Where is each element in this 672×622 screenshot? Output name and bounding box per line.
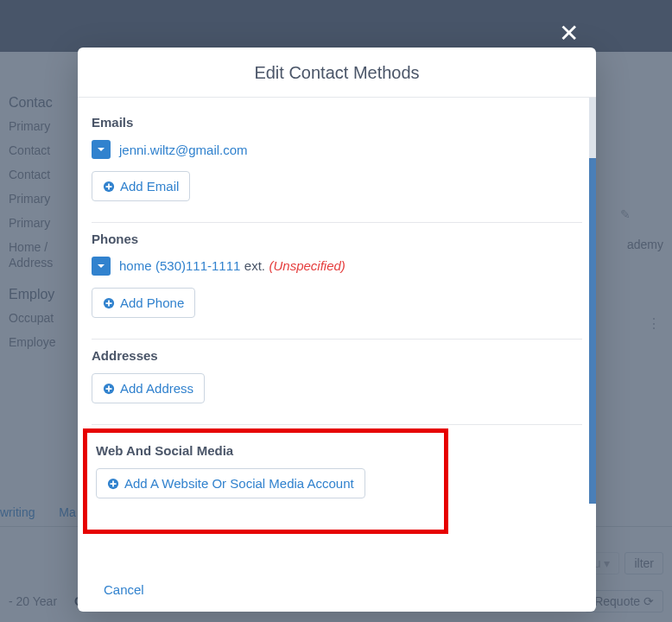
- caret-down-icon: [97, 145, 105, 154]
- add-website-button[interactable]: Add A Website Or Social Media Account: [96, 468, 365, 498]
- addresses-section: Addresses Add Address: [92, 340, 582, 425]
- web-social-label: Web And Social Media: [96, 443, 435, 458]
- add-address-button[interactable]: Add Address: [92, 373, 205, 403]
- email-item: jenni.wiltz@gmail.com: [92, 140, 582, 159]
- phone-ext-label: ext.: [244, 258, 265, 273]
- plus-circle-icon: [103, 297, 115, 309]
- edit-contact-methods-modal: Edit Contact Methods Emails jenni.wiltz@…: [78, 48, 596, 612]
- phone-status: (Unspecified): [269, 258, 346, 273]
- modal-title: Edit Contact Methods: [78, 63, 596, 83]
- phone-type[interactable]: home: [119, 258, 152, 273]
- emails-section: Emails jenni.wiltz@gmail.com Add Email: [92, 106, 582, 223]
- cancel-button[interactable]: Cancel: [92, 582, 144, 597]
- phones-section: Phones home (530)111-1111 ext. (Unspecif…: [92, 223, 582, 340]
- email-primary-toggle[interactable]: [92, 140, 111, 159]
- caret-down-icon: [97, 262, 105, 270]
- add-email-button[interactable]: Add Email: [92, 171, 190, 201]
- phone-primary-toggle[interactable]: [92, 257, 111, 276]
- plus-circle-icon: [103, 383, 115, 395]
- phone-number[interactable]: (530)111-1111: [155, 258, 240, 273]
- plus-circle-icon: [103, 181, 115, 193]
- add-email-label: Add Email: [120, 179, 179, 194]
- email-value[interactable]: jenni.wiltz@gmail.com: [119, 143, 248, 157]
- phones-label: Phones: [92, 232, 582, 246]
- web-social-highlight: Web And Social Media Add A Website Or So…: [83, 428, 448, 534]
- add-address-label: Add Address: [120, 381, 193, 396]
- add-phone-button[interactable]: Add Phone: [92, 288, 195, 318]
- add-website-label: Add A Website Or Social Media Account: [124, 476, 354, 491]
- phone-item: home (530)111-1111 ext. (Unspecified): [92, 257, 582, 276]
- plus-circle-icon: [107, 478, 119, 490]
- close-icon[interactable]: ✕: [559, 19, 579, 48]
- addresses-label: Addresses: [92, 348, 582, 363]
- emails-label: Emails: [92, 115, 582, 130]
- add-phone-label: Add Phone: [120, 295, 184, 310]
